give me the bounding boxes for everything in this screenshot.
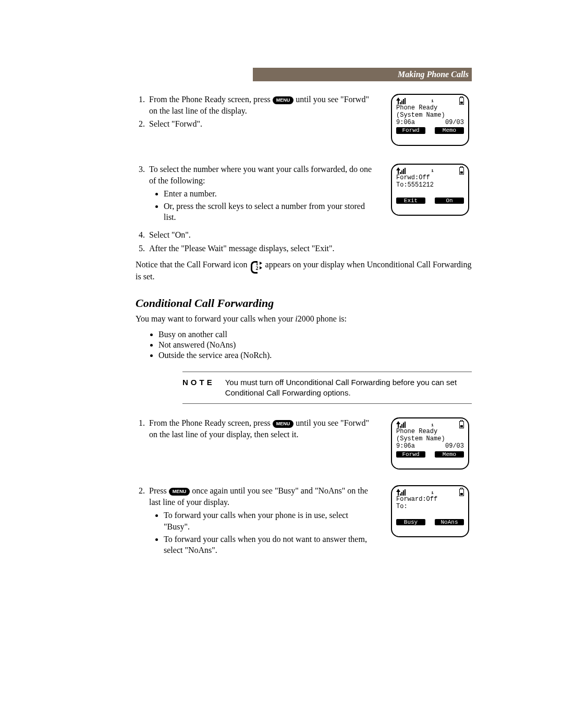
- sec2-step2-bullet-2: To forward your calls when you do not wa…: [164, 534, 375, 556]
- screen1-time: 9:06a: [396, 119, 415, 127]
- phone-screen-2: 1 Forwd:Off To:5551212 Exit On: [391, 164, 469, 216]
- row-step-3: To select the number where you want your…: [136, 164, 472, 228]
- top-indicator-num: 1: [431, 490, 434, 495]
- screen2-line1: Forwd:Off: [396, 175, 464, 182]
- phone-screen-1: 1 Phone Ready (System Name) 9:06a 09/03 …: [391, 94, 469, 146]
- signal-icon: [396, 168, 406, 174]
- model-num: 2000: [298, 314, 314, 323]
- battery-icon: [459, 167, 464, 175]
- row-sec2-step1: From the Phone Ready screen, press MENU …: [136, 417, 472, 482]
- top-indicator-num: 1: [431, 168, 434, 173]
- cond-bullet-1: Busy on another call: [158, 330, 472, 339]
- step-1-text-a: From the Phone Ready screen, press: [149, 95, 273, 104]
- step-3-bullet-1: Enter a number.: [164, 188, 375, 200]
- softkey-right: Memo: [435, 127, 464, 134]
- battery-icon: [459, 421, 464, 428]
- cond-bullet-2: Not answered (NoAns): [158, 340, 472, 350]
- softkey-right: NoAns: [435, 519, 464, 526]
- step-1: From the Phone Ready screen, press MENU …: [147, 94, 375, 116]
- screen3-line2: (System Name): [396, 436, 464, 443]
- sec2-step2-a: Press: [149, 486, 169, 495]
- screen4-line1: Forward:Off: [396, 496, 464, 503]
- softkey-left: Forwd: [396, 127, 425, 134]
- note-label: NOTE: [182, 377, 215, 399]
- notice-paragraph: Notice that the Call Forward icon 12 app…: [136, 259, 472, 282]
- screen4-line2: To:: [396, 503, 464, 511]
- signal-icon: [396, 98, 406, 104]
- cond-bullet-3: Outside the service area (NoRch).: [158, 351, 472, 360]
- softkey-left: Busy: [396, 519, 425, 526]
- step-3-bullet-2: Or, press the scroll keys to select a nu…: [164, 201, 375, 223]
- note-block: NOTE You must turn off Unconditional Cal…: [182, 372, 472, 404]
- step-4: Select "On".: [147, 229, 472, 241]
- battery-icon: [459, 97, 464, 105]
- cond-intro-b: phone is:: [314, 314, 347, 323]
- menu-button-icon: MENU: [273, 96, 294, 104]
- phone-screen-4: 1 Forward:Off To: Busy NoAns: [391, 485, 469, 537]
- softkey-right: Memo: [435, 451, 464, 458]
- screen1-line1: Phone Ready: [396, 105, 464, 112]
- call-forward-icon: 12: [251, 261, 262, 271]
- signal-icon: [396, 422, 406, 428]
- signal-icon: [396, 489, 406, 496]
- section-header: Making Phone Calls: [253, 68, 472, 81]
- row-steps-1-2: From the Phone Ready screen, press MENU …: [136, 94, 472, 158]
- screen3-line1: Phone Ready: [396, 428, 464, 436]
- step-5: After the "Please Wait" message displays…: [147, 243, 472, 254]
- cond-intro-a: You may want to forward your calls when …: [136, 314, 295, 323]
- top-indicator-num: 1: [431, 98, 434, 103]
- phone-screen-3: 1 Phone Ready (System Name) 9:06a 09/03 …: [391, 417, 469, 470]
- step-3: To select the number where you want your…: [147, 164, 375, 223]
- softkey-left: Forwd: [396, 451, 425, 458]
- step-3-text: To select the number where you want your…: [149, 165, 372, 185]
- row-sec2-step2: Press MENU once again until you see "Bus…: [136, 485, 472, 558]
- conditional-heading: Conditional Call Forwarding: [136, 297, 472, 310]
- screen1-date: 09/03: [445, 119, 464, 127]
- menu-button-icon: MENU: [169, 488, 190, 496]
- sec2-step-2: Press MENU once again until you see "Bus…: [147, 485, 375, 556]
- note-text: You must turn off Unconditional Call For…: [225, 377, 472, 399]
- battery-icon: [459, 489, 464, 496]
- screen1-line2: (System Name): [396, 112, 464, 119]
- menu-button-icon: MENU: [273, 420, 294, 428]
- step-2: Select "Forwd".: [147, 118, 375, 130]
- sec2-step2-bullet-1: To forward your calls when your phone is…: [164, 510, 375, 532]
- softkey-right: On: [435, 198, 464, 204]
- top-indicator-num: 1: [431, 423, 434, 427]
- screen3-date: 09/03: [445, 443, 464, 450]
- screen3-time: 9:06a: [396, 443, 415, 450]
- sec2-step-1: From the Phone Ready screen, press MENU …: [147, 417, 375, 440]
- conditional-intro: You may want to forward your calls when …: [136, 313, 472, 325]
- softkey-left: Exit: [396, 198, 425, 204]
- screen2-line2: To:5551212: [396, 182, 464, 189]
- notice-text-a: Notice that the Call Forward icon: [136, 260, 250, 269]
- page: Making Phone Calls From the Phone Ready …: [0, 0, 563, 610]
- sec2-step1-a: From the Phone Ready screen, press: [149, 418, 273, 427]
